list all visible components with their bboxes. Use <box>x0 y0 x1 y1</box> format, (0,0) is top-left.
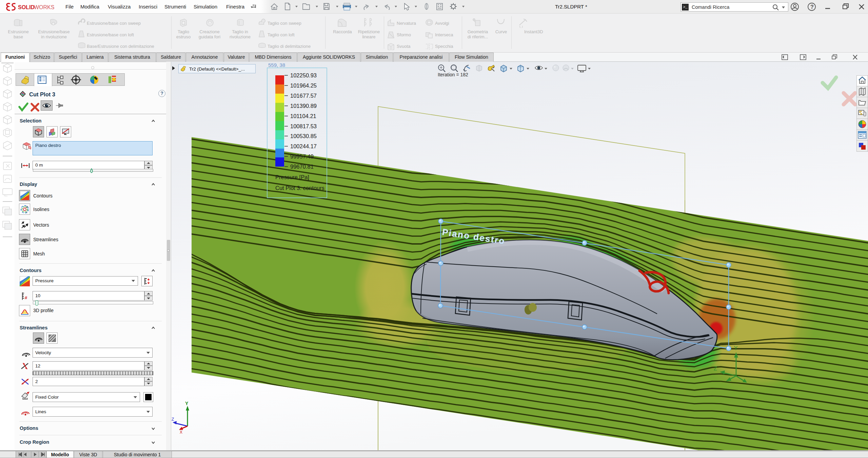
svg-text:102250.93: 102250.93 <box>290 72 317 78</box>
svg-text:101677.57: 101677.57 <box>290 93 317 99</box>
svg-text:Pressure [Pa]: Pressure [Pa] <box>275 174 309 180</box>
svg-text:?: ? <box>810 4 814 10</box>
svg-text:#: # <box>25 295 27 300</box>
svg-text:Y: Y <box>185 401 189 406</box>
svg-text:101964.25: 101964.25 <box>290 82 317 89</box>
svg-text:100817.53: 100817.53 <box>290 123 317 129</box>
svg-text:100244.17: 100244.17 <box>290 143 317 149</box>
svg-text:WORKS: WORKS <box>34 4 54 10</box>
svg-text:16: 16 <box>25 206 28 208</box>
svg-text:Z: Z <box>172 417 174 422</box>
svg-text:101104.21: 101104.21 <box>290 113 316 119</box>
svg-text:100530.85: 100530.85 <box>290 133 317 139</box>
svg-text:99670.81: 99670.81 <box>290 164 314 170</box>
svg-text:Y: Y <box>734 345 738 351</box>
svg-text:SOLID: SOLID <box>18 4 35 10</box>
svg-text:X: X <box>180 430 182 435</box>
svg-text:101390.89: 101390.89 <box>290 103 317 109</box>
svg-text:1: 1 <box>26 211 27 213</box>
svg-text:99957.49: 99957.49 <box>290 153 314 159</box>
svg-text:Z: Z <box>714 366 717 371</box>
svg-text:Cut Plot 3: contours: Cut Plot 3: contours <box>275 185 324 191</box>
